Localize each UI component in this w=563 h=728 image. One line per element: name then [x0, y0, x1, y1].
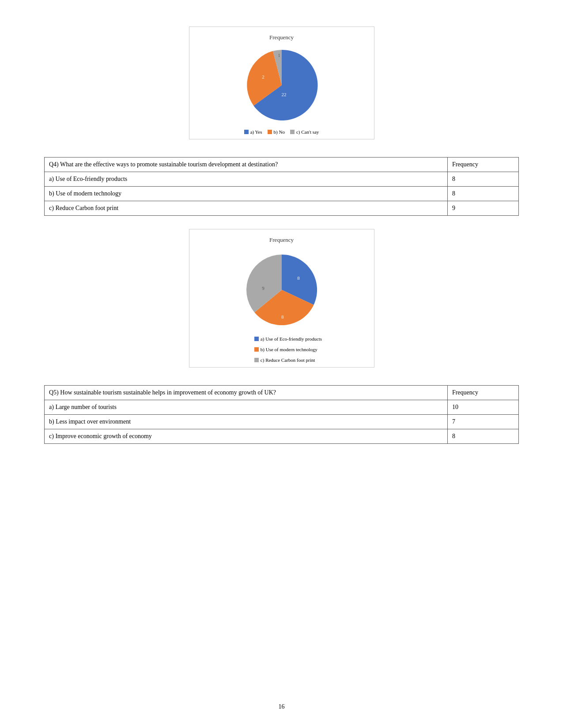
q4-header-freq: Frequency: [447, 158, 518, 172]
label-no: 2: [262, 74, 264, 79]
legend-label-cantsay: c) Can't say: [296, 129, 319, 135]
q5-row1-label: a) Large number of tourists: [45, 400, 448, 415]
table-q5: Q5) How sustainable tourism sustainable …: [44, 385, 519, 444]
q5-question-text: Q5) How sustainable tourism sustainable …: [49, 389, 276, 396]
q5-row2-value: 7: [447, 415, 518, 429]
label-yes: 22: [281, 92, 286, 97]
legend-dot-modern: [254, 347, 259, 352]
q5-header-freq: Frequency: [447, 386, 518, 400]
legend-modern: b) Use of modern technology: [254, 347, 317, 352]
q5-row2-label: b) Less impact over environment: [45, 415, 448, 429]
legend-eco: a) Use of Eco-friendly products: [254, 336, 322, 341]
chart2-pie-wrapper: 8 8 9 a) Use of Eco-friendly products b)…: [194, 248, 370, 363]
chart1-title: Frequency: [194, 34, 370, 41]
legend-label-no: b) No: [274, 129, 285, 135]
label-modern: 8: [281, 314, 284, 319]
chart1-pie-wrapper: 22 2 1 a) Yes b) No: [194, 45, 370, 135]
q5-row1-value: 10: [447, 400, 518, 415]
legend-label-yes: a) Yes: [250, 129, 262, 135]
chart1-legend: a) Yes b) No c) Can't say: [244, 129, 319, 135]
table-q4: Q4) What are the effective ways to promo…: [44, 157, 519, 216]
chart2-container: Frequency 8 8 9: [189, 229, 374, 368]
chart2-title: Frequency: [194, 236, 370, 244]
legend-dot-eco: [254, 337, 259, 341]
legend-dot-no: [268, 130, 272, 134]
q4-row1-label: a) Use of Eco-friendly products: [45, 172, 448, 187]
chart1-container: Frequency 22 2: [189, 26, 374, 139]
legend-dot-yes: [244, 130, 249, 134]
legend-label-modern: b) Use of modern technology: [261, 347, 317, 352]
legend-carbon: c) Reduce Carbon foot print: [254, 357, 315, 363]
legend-label-carbon: c) Reduce Carbon foot print: [261, 357, 315, 363]
chart1-svg: 22 2 1: [238, 45, 326, 125]
q4-question: Q4) What are the effective ways to promo…: [45, 158, 448, 172]
q5-question: Q5) How sustainable tourism sustainable …: [45, 386, 448, 400]
q4-row1-value: 8: [447, 172, 518, 187]
q5-row3-label: c) Improve economic growth of economy: [45, 429, 448, 444]
legend-cantsay: c) Can't say: [290, 129, 319, 135]
page-number: 16: [0, 703, 563, 710]
page: Frequency 22 2: [0, 0, 563, 728]
legend-dot-carbon: [254, 358, 259, 362]
q4-row2-value: 8: [447, 187, 518, 201]
legend-yes: a) Yes: [244, 129, 262, 135]
q4-row3-label: c) Reduce Carbon foot print: [45, 201, 448, 216]
label-cantsay: 1: [278, 53, 280, 58]
q4-row3-value: 9: [447, 201, 518, 216]
q4-question-text: Q4) What are the effective ways to promo…: [49, 161, 278, 168]
q5-row3-value: 8: [447, 429, 518, 444]
label-carbon: 9: [262, 285, 264, 291]
chart2-svg: 8 8 9: [233, 248, 330, 332]
label-eco: 8: [297, 275, 300, 281]
legend-label-eco: a) Use of Eco-friendly products: [261, 336, 322, 341]
q4-row2-label: b) Use of modern technology: [45, 187, 448, 201]
legend-no: b) No: [268, 129, 285, 135]
legend-dot-cantsay: [290, 130, 295, 134]
chart2-legend: a) Use of Eco-friendly products b) Use o…: [241, 336, 322, 363]
